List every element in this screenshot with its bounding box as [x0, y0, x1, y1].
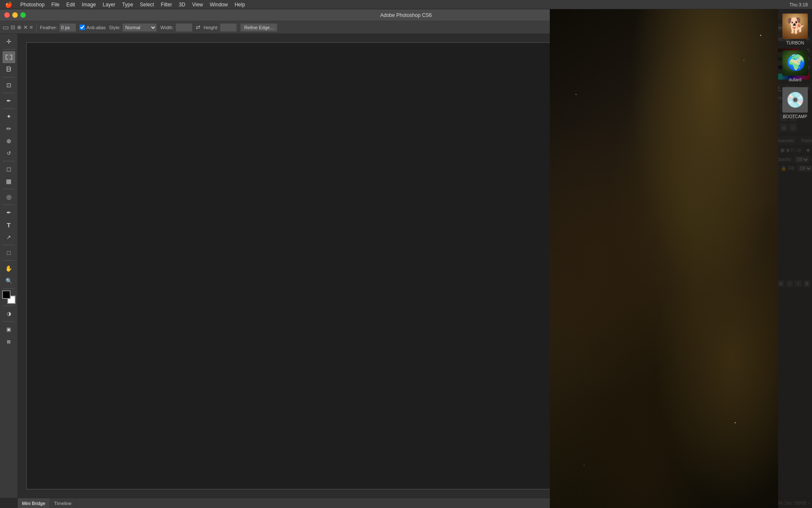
width-input[interactable]	[176, 23, 192, 32]
menu-view[interactable]: View	[189, 0, 206, 9]
menu-filter[interactable]: Filter	[157, 0, 176, 9]
menu-photoshop[interactable]: Photoshop	[17, 0, 48, 9]
mac-menubar: 🍎 Photoshop File Edit Image Layer Type S…	[0, 0, 812, 9]
foreground-color[interactable]	[2, 290, 11, 299]
anti-alias-label: Anti-alias	[87, 25, 106, 30]
height-group: Height:	[204, 23, 237, 32]
tool-icon-4: ✕	[23, 24, 28, 30]
feather-input[interactable]	[59, 23, 76, 32]
menu-help[interactable]: Help	[231, 0, 249, 9]
refine-edge-button[interactable]: Refine Edge...	[240, 23, 277, 32]
healing-tool[interactable]: ✦	[3, 110, 15, 122]
quick-mask-tool[interactable]: ◑	[3, 308, 15, 320]
right-sidebar: TURBON dullard BOOTCAMP	[778, 9, 812, 508]
extra-tool-1[interactable]: ⊠	[3, 336, 15, 348]
lasso-icon: ᗷ	[6, 66, 11, 73]
maximize-button[interactable]	[20, 12, 26, 18]
path-select-tool[interactable]: ↗	[3, 231, 15, 243]
height-label: Height:	[204, 25, 219, 30]
menu-select[interactable]: Select	[137, 0, 157, 9]
history-brush-tool[interactable]: ↺	[3, 147, 15, 159]
dodge-tool[interactable]: ◎	[3, 191, 15, 203]
dog-image	[782, 14, 808, 39]
menu-edit[interactable]: Edit	[63, 0, 79, 9]
tool-separator-5	[3, 161, 15, 161]
dullard-image	[782, 50, 808, 76]
earth-image	[782, 50, 808, 76]
anti-alias-group: Anti-alias	[80, 25, 106, 30]
terrain-spot-2	[743, 60, 744, 61]
rectangle-tool[interactable]: □	[3, 247, 15, 259]
separator-1	[36, 23, 37, 32]
style-group: Style: Normal Fixed Ratio Fixed Size	[109, 23, 157, 32]
dodge-icon: ◎	[6, 193, 11, 200]
style-select[interactable]: Normal Fixed Ratio Fixed Size	[122, 23, 157, 32]
mac-clock: Thu 3:18	[790, 2, 808, 7]
healing-icon: ✦	[6, 113, 11, 120]
hand-tool[interactable]: ✋	[3, 262, 15, 274]
tool-separator-1	[3, 49, 15, 50]
tool-separator-3	[3, 93, 15, 93]
eyedropper-tool[interactable]: ✒	[3, 95, 15, 107]
eraser-tool[interactable]: ◻	[3, 163, 15, 175]
gradient-icon: ▦	[6, 178, 11, 185]
tool-separator-2	[3, 77, 15, 77]
mac-menubar-right: Thu 3:18	[790, 2, 812, 7]
tool-icon-1: ▭	[3, 23, 9, 31]
sat-img-bg	[550, 9, 778, 508]
tool-icon-5: ≡	[30, 24, 33, 30]
pen-icon: ✒	[6, 209, 11, 216]
move-tool[interactable]: ✛	[3, 36, 15, 47]
mini-bridge-tab[interactable]: Mini Bridge	[18, 498, 50, 508]
tool-separator-8	[3, 245, 15, 245]
gradient-tool[interactable]: ▦	[3, 175, 15, 187]
brush-tool[interactable]: ✏	[3, 123, 15, 135]
dullard-name: dullard	[789, 77, 801, 82]
bootcamp-name: BOOTCAMP	[783, 114, 807, 119]
crop-icon: ⊡	[6, 82, 11, 88]
timeline-tab[interactable]: Timeline	[50, 498, 76, 508]
apple-icon: 🍎	[5, 1, 12, 8]
feather-group: Feather:	[40, 23, 76, 32]
terrain-spot-1	[760, 35, 761, 36]
menu-layer[interactable]: Layer	[99, 0, 119, 9]
disk-image	[782, 87, 808, 113]
bootcamp-profile[interactable]: BOOTCAMP	[782, 87, 808, 119]
window-title: Adobe Photoshop CS6	[380, 12, 432, 18]
feather-label: Feather:	[40, 25, 58, 30]
window-controls	[4, 12, 26, 18]
menu-image[interactable]: Image	[78, 0, 99, 9]
rectangle-icon: □	[7, 249, 10, 256]
pen-tool[interactable]: ✒	[3, 207, 15, 218]
menu-file[interactable]: File	[48, 0, 63, 9]
close-button[interactable]	[4, 12, 10, 18]
tool-icon-3: ⊕	[17, 24, 22, 30]
bootcamp-image	[782, 87, 808, 113]
screen-mode-icon: ▣	[6, 326, 11, 332]
menu-3d[interactable]: 3D	[176, 0, 189, 9]
apple-menu[interactable]: 🍎	[0, 1, 17, 8]
tool-separator-6	[3, 189, 15, 189]
anti-alias-checkbox[interactable]	[80, 25, 85, 30]
type-tool[interactable]: T	[3, 219, 15, 231]
tool-separator-9	[3, 260, 15, 261]
screen-mode-btn[interactable]: ▣	[3, 323, 15, 335]
marquee-rect-tool[interactable]	[3, 51, 15, 63]
zoom-tool[interactable]: 🔍	[3, 275, 15, 287]
menu-type[interactable]: Type	[119, 0, 137, 9]
turbon-profile[interactable]: TURBON	[782, 14, 808, 45]
hand-icon: ✋	[5, 265, 12, 272]
lasso-tool[interactable]: ᗷ	[3, 64, 15, 75]
swap-icon[interactable]: ⇄	[196, 24, 200, 30]
satellite-imagery	[550, 9, 778, 508]
minimize-button[interactable]	[12, 12, 18, 18]
crop-tool[interactable]: ⊡	[3, 79, 15, 91]
eyedropper-icon: ✒	[6, 97, 11, 104]
dullard-profile[interactable]: dullard	[782, 50, 808, 82]
terrain-spot-4	[735, 422, 736, 423]
clone-stamp-tool[interactable]: ⊕	[3, 135, 15, 147]
height-input[interactable]	[220, 23, 237, 32]
terrain-spot-5	[584, 465, 584, 466]
menu-window[interactable]: Window	[206, 0, 231, 9]
color-swatch-pair[interactable]	[2, 290, 16, 304]
